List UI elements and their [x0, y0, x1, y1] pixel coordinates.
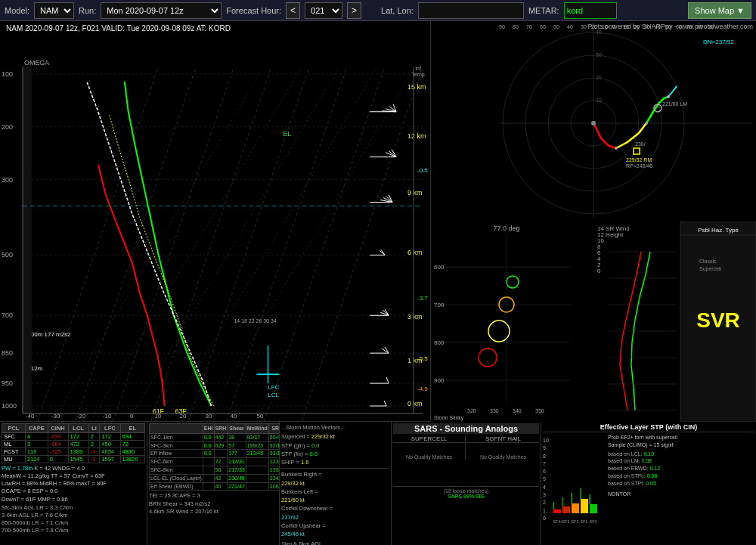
- table-cell: 40: [214, 482, 228, 491]
- svg-text:70: 70: [526, 24, 532, 29]
- table-cell: SFC-1km: [150, 433, 203, 441]
- svg-text:60: 60: [540, 24, 546, 29]
- table-cell: [214, 450, 228, 458]
- table-cell: 60/46: [268, 433, 280, 441]
- svg-rect-57: [23, 67, 32, 413]
- table-row: LCL-EL (Cloud Layer)42230/46234/14: [150, 474, 280, 482]
- svg-text:80: 80: [513, 24, 519, 29]
- svg-text:61F: 61F: [153, 407, 165, 415]
- lat-lon-input[interactable]: [418, 2, 524, 19]
- show-map-button[interactable]: Show Map ▼: [688, 2, 751, 19]
- svg-text:EF1: EF1: [581, 519, 587, 524]
- hodograph-panel: Plots powered by SHARPpy - www.pivotalwe…: [431, 21, 756, 221]
- table-cell: 177: [228, 450, 246, 458]
- svg-rect-181: [553, 509, 561, 513]
- table-cell: 206/16: [268, 482, 280, 491]
- svg-text:77.0 deg: 77.0 deg: [493, 225, 519, 232]
- based-on-ebwd: based on EBWD: 0.12: [608, 465, 677, 472]
- table-cell: 83/17: [246, 433, 268, 441]
- skewt-title: NAM 2020-09-07 12z, F021 VALID: Tue 2020…: [3, 23, 234, 34]
- svg-text:700: 700: [434, 302, 445, 308]
- table-cell: 4854: [100, 448, 120, 456]
- table-row: FCST119-3251389-448544830: [2, 448, 145, 456]
- table-row: SFC-8km58217/33139/6: [150, 466, 280, 474]
- table-cell: 2: [88, 441, 100, 448]
- table-row: SFC-6km72212/31123/9: [150, 458, 280, 466]
- tt-value: TT = 57: [51, 472, 70, 479]
- sars-sgfnt-label: SGFNT HAIL: [467, 435, 539, 443]
- col-pcl: PCL: [2, 424, 26, 433]
- table-cell: MU: [2, 456, 26, 463]
- metar-input[interactable]: [564, 2, 617, 19]
- storm-slinky-panel: 77.0 deg 600 700 800 900 320 330 34: [431, 221, 756, 422]
- svg-text:30: 30: [581, 24, 587, 29]
- wndg-value: WNDG = 4.0: [52, 465, 85, 472]
- skewt-panel: NAM 2020-09-07 12z, F021 VALID: Tue 2020…: [0, 21, 431, 421]
- lower-section: PCL CAPE CINH LCL LI LFC EL SFC4-9391722…: [0, 422, 756, 545]
- table-cell: Eff Inflow: [150, 450, 203, 458]
- eff-stp-panel: Effective Layer STP (with CIN) 10 9 8 7 …: [541, 422, 756, 545]
- model-label: Model:: [5, 6, 29, 15]
- svg-text:EF2: EF2: [572, 519, 578, 524]
- storm-motion-panel: ...Storm Motion Vectors... Supercell = 2…: [280, 422, 392, 545]
- table-cell: 3: [25, 441, 48, 448]
- table-cell: 221/47: [228, 482, 246, 491]
- svg-text:OMEGA: OMEGA: [24, 59, 49, 67]
- col-li: LI: [88, 424, 100, 433]
- svg-text:700: 700: [2, 311, 13, 319]
- sars-title: SARS - Sounding Analogs: [393, 423, 539, 434]
- table-cell: -4: [88, 448, 100, 456]
- table-cell: -864: [48, 441, 68, 448]
- table-cell: 217/33: [228, 466, 246, 474]
- table-cell: 93/17: [268, 450, 280, 458]
- forecast-hour-select[interactable]: 021: [305, 2, 342, 19]
- nontor-label: NONTOR: [608, 491, 677, 498]
- downt-value: DownT = 61F: [2, 496, 36, 503]
- params-table: PCL CAPE CINH LCL LI LFC EL SFC4-9391722…: [2, 423, 145, 463]
- run-select[interactable]: Mon 2020-09-07 12z: [101, 2, 222, 19]
- svg-text:350: 350: [535, 408, 544, 413]
- forecast-next-button[interactable]: >: [347, 2, 361, 19]
- table-cell: SFC-6km: [150, 458, 203, 466]
- table-cell: 0: [48, 456, 68, 463]
- table-row: Eff Shear (EBWD)40221/47206/16: [150, 482, 280, 491]
- svg-text:SVR: SVR: [696, 308, 740, 332]
- svg-text:500: 500: [2, 251, 13, 259]
- col-lfc: LFC: [100, 424, 120, 433]
- svg-text:40: 40: [596, 29, 602, 35]
- svg-text:50: 50: [553, 24, 559, 29]
- stp-fix-value: 0.0: [310, 451, 318, 457]
- svg-rect-183: [572, 503, 579, 513]
- svg-text:330: 330: [490, 408, 499, 413]
- skewt-chart: 100 200 300 500 700 850 950 1000 15 km 1…: [0, 21, 430, 421]
- svg-text:63F: 63F: [175, 407, 187, 415]
- table-cell: 172: [68, 433, 88, 441]
- prob-ef2-text: Prob EF2+ torn with supercell: [608, 434, 677, 441]
- table-cell: 4: [25, 433, 48, 441]
- model-select[interactable]: NAM: [34, 2, 74, 19]
- table-cell: 199/23: [246, 441, 268, 450]
- table-cell: -9: [88, 456, 100, 463]
- svg-text:15 km: 15 km: [407, 83, 426, 91]
- table-cell: 4830: [120, 448, 145, 456]
- sars-panel: SARS - Sounding Analogs SUPERCELL No Qua…: [392, 422, 541, 545]
- forecast-prev-button[interactable]: <: [286, 2, 300, 19]
- table-cell: 172: [100, 433, 120, 441]
- table-row: Eff Inflow0.0177213/4593/17: [150, 450, 280, 458]
- svg-text:9 km: 9 km: [407, 189, 422, 197]
- sars-footer-matches: (18 loose matches): [393, 486, 539, 494]
- storm-slinky-svg: 77.0 deg 600 700 800 900 320 330 34: [431, 221, 582, 422]
- supercell-value: 229/32 kt: [311, 433, 335, 440]
- svg-text:90: 90: [499, 24, 505, 29]
- svg-text:30: 30: [596, 52, 602, 57]
- table-cell: 0.0: [203, 433, 214, 441]
- derived-params: PW = 1.78in K = 42 WNDG = 4.0 MeanW = 11…: [2, 465, 145, 534]
- mb-850-500-lr: 850-500mb LR = 7.1 C/km: [2, 519, 145, 527]
- table-cell: [203, 474, 214, 482]
- svg-text:340: 340: [513, 408, 522, 413]
- idx-col-shear: Shear: [228, 424, 246, 434]
- svg-text:950: 950: [2, 379, 13, 387]
- svg-text:0 km: 0 km: [407, 400, 422, 407]
- hodograph-chart: 10 20 30 40 90 80 70 60 50 40 30 20: [431, 21, 756, 221]
- table-cell: LCL-EL (Cloud Layer): [150, 474, 203, 482]
